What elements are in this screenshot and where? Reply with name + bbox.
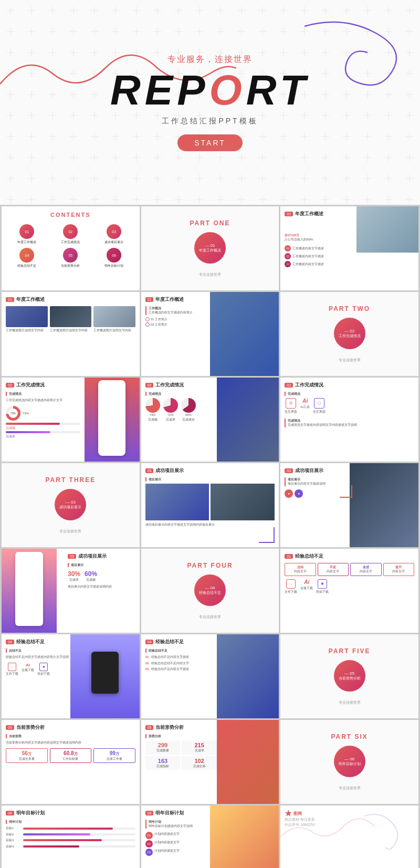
slide-annual-overview: 01 年度工作概述 合计520万 占公司总收入的80% 01工作概述内容文字描述… — [280, 206, 418, 290]
slide-part-six: PART SIX — 06 明年目标计划 专业连接世界 — [280, 720, 418, 804]
part-one-circle: — 01 年度工作概况 — [194, 232, 226, 264]
part-five-circle: — 05 当前形势分析 — [334, 660, 365, 692]
tablet-photo — [210, 292, 279, 376]
slide-photo-airport — [356, 206, 418, 253]
part-four-circle: — 04 经验总结不足 — [194, 574, 226, 606]
dot-01: 01 — [19, 224, 34, 239]
slide-contents: CONTENTS 01 年度工作概述 02 工作完成情况 03 成功项目展示 0… — [2, 206, 140, 290]
slides-grid: CONTENTS 01 年度工作概述 02 工作完成情况 03 成功项目展示 0… — [0, 205, 420, 868]
dot-04: 04 — [19, 248, 34, 263]
slide-project-photos: 03 成功项目展示 项目展示 成功项目展示内容文字描述文字说明内容项目展示 — [141, 463, 279, 547]
slide-part-four: PART FOUR — 04 经验总结不足 专业连接世界 — [141, 549, 279, 633]
contents-item-4: 04 经验总结不足 — [7, 248, 47, 268]
ai-icon: Ai — [302, 398, 308, 404]
hero-content: 专业服务，连接世界 REPORT 工作总结汇报PPT模板 START — [110, 54, 310, 151]
laptop-photo — [350, 463, 418, 547]
slide-plan-bars: 06 明年目标计划 明年计划 目标1 目标2 目标3 — [2, 806, 140, 868]
contents-item-5: 05 当前形势分析 — [50, 248, 91, 268]
phone-situation-photo — [217, 720, 279, 804]
slide-experience-list: 04 经验总结不足 经验总结不足 01.经验总结不足内容文字描述 02.经验总结… — [141, 634, 279, 718]
project-photo-2 — [211, 484, 275, 520]
watch-bg — [70, 634, 139, 718]
part-six-circle: — 06 明年目标计划 — [334, 746, 365, 777]
hero-description: 工作总结汇报PPT模板 — [110, 117, 310, 126]
city-photo — [210, 806, 279, 868]
slide-part-three: PART THREE — 03 成功项目展示 专业连接世界 — [2, 463, 140, 547]
slide-project-stats: 03 成功项目展示 项目展示 30% 完成率 60% 完成额 项 — [2, 549, 140, 633]
slide-annual-tablet: 01 年度工作概述 工作概况 工作概况内容文字描述内容简介 01 工作简介 02… — [141, 292, 279, 376]
hero-title: REPORT — [110, 69, 310, 111]
business-photo — [217, 378, 279, 462]
dot-05: 05 — [63, 248, 78, 263]
dot-02: 02 — [63, 224, 78, 239]
slide-completion-charts: 02 工作完成情况 完成情况 73% 完成额 71% 完成率 — [141, 378, 279, 462]
slide-completion-icons: 02 工作完成情况 完成情况 ☰ 交互界面 Ai AI工具 ⬡ 交互界面 — [280, 378, 418, 462]
progress-circle: 73% — [6, 406, 20, 421]
phone-gradient-bg — [85, 378, 140, 462]
part-two-title: PART TWO — [329, 305, 370, 312]
contents-title: CONTENTS — [50, 212, 91, 218]
slide-annual-photos: 01 年度工作概述 工作概述图片说明文字内容 工作概述图片说明文字内容 工作概述… — [2, 292, 140, 376]
slide-part-two: PART TWO — 02 工作完成情况 专业连接世界 — [280, 292, 418, 376]
contents-item-6: 06 明年目标计划 — [94, 248, 134, 268]
slide-situation-stats: 05 当前形势分析 当前形势 当前形势分析内容文字描述内容说明文字描述说明内容 … — [2, 720, 140, 804]
slide-part-five: PART FIVE — 05 当前形势分析 专业连接世界 — [280, 634, 418, 718]
slide-situation-phone: 05 当前形势分析 形势分析 299 完成数量 215 完成率 — [141, 720, 279, 804]
part-three-circle: — 03 成功项目展示 — [55, 489, 86, 520]
slide-project-laptop: 03 成功项目展示 项目展示 项目展示内容文字描述说明 ● ● — [280, 463, 418, 547]
slide-badge-2: 01 — [6, 297, 14, 302]
contents-item-3: 03 成功项目展示 — [94, 224, 134, 245]
part-one-title: PART ONE — [190, 219, 230, 227]
dot-03: 03 — [107, 224, 121, 239]
hero-subtitle: 专业服务，连接世界 — [110, 54, 310, 65]
dot-06: 06 — [107, 248, 121, 263]
keyboard-photo — [217, 634, 279, 718]
contents-item-1: 01 年度工作概述 — [7, 224, 47, 245]
contents-item-2: 02 工作完成情况 — [50, 224, 91, 245]
slide-experience-info: 01 经验总结不足 总结 内容文字 不足 内容文字 改进 内容文字 提升 — [280, 549, 418, 633]
project-photo-1 — [145, 484, 209, 520]
slide-thanks: 图网 精品素材·每日更新 作品序号:1686250 THANKS — [280, 806, 418, 868]
slide-badge: 01 — [285, 212, 293, 216]
part-six-title: PART SIX — [331, 733, 368, 740]
slide-plan-city: 06 明年目标计划 明年计划 明年目标计划描述内容文字说明 01计划内容描述文字… — [141, 806, 279, 868]
hero-section: 专业服务，连接世界 REPORT 工作总结汇报PPT模板 START — [0, 0, 420, 205]
slide-part-one: PART ONE — 01 年度工作概况 专业连接世界 — [141, 206, 279, 290]
slide-experience-watch: 04 经验总结不足 总结不足 经验总结不足内容文字描述内容简介文字说明 ↓ 文件… — [2, 634, 140, 718]
part-five-title: PART FIVE — [329, 647, 371, 655]
part-four-title: PART FOUR — [187, 562, 233, 569]
part-three-title: PART THREE — [45, 476, 96, 484]
part-two-circle: — 02 工作完成情况 — [334, 318, 365, 349]
slide-completion-phone: 02 工作完成情况 完成情况 工作完成情况内容文字描述内容简介文字 73% 73… — [2, 378, 140, 462]
start-button[interactable]: START — [177, 134, 243, 151]
